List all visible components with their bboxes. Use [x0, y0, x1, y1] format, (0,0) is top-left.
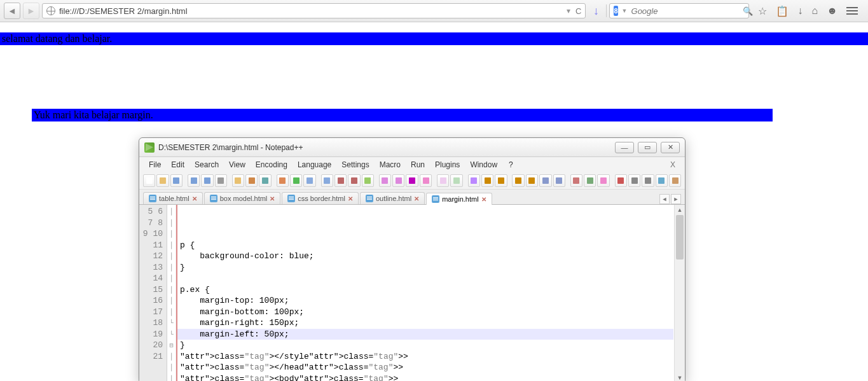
url-right-controls: ▾ C	[567, 6, 581, 16]
toolbar-button-25[interactable]	[512, 174, 524, 187]
menu-edit[interactable]: Edit	[167, 159, 189, 170]
menu-settings[interactable]: Settings	[337, 159, 373, 170]
tab-close-icon[interactable]: ✕	[348, 195, 353, 202]
menu-encoding[interactable]: Encoding	[251, 159, 292, 170]
tab-margin-html[interactable]: margin.html✕	[426, 193, 492, 205]
bookmark-star-icon[interactable]: ☆	[758, 5, 767, 17]
toolbar-button-0[interactable]	[143, 174, 155, 187]
home-icon[interactable]: ⌂	[811, 5, 818, 17]
forward-button[interactable]: ►	[23, 3, 39, 19]
menu-file[interactable]: File	[144, 159, 165, 170]
toolbar-button-4[interactable]	[201, 174, 213, 187]
toolbar-button-17[interactable]	[392, 174, 404, 187]
browser-toolbar: ◄ ► ▾ C ↓ 8 ▼ 🔍 ☆ 📋 ↓ ⌂ ☻	[0, 0, 868, 22]
toolbar-button-8[interactable]	[259, 174, 271, 187]
toolbar-button-35[interactable]	[656, 174, 668, 187]
toolbar-button-15[interactable]	[362, 174, 374, 187]
code-editor[interactable]: 5 6 7 8 9 10 11 12 13 14 15 16 17 18 19 …	[139, 205, 685, 381]
tab-box-model-html[interactable]: box model.html✕	[204, 192, 281, 204]
menu-view[interactable]: View	[224, 159, 250, 170]
toolbar-button-20[interactable]	[437, 174, 449, 187]
page-content: selamat datang dan belajar. Yuk mari kit…	[0, 32, 868, 121]
toolbar-button-11[interactable]	[303, 174, 315, 187]
chat-icon[interactable]: ☻	[827, 5, 837, 17]
toolbar-button-6[interactable]	[232, 174, 244, 187]
downloads-indicator[interactable]: ↓	[588, 4, 603, 18]
download-arrow-icon[interactable]: ↓	[797, 5, 803, 17]
toolbar-button-13[interactable]	[334, 174, 347, 187]
toolbar-button-2[interactable]	[170, 174, 183, 187]
toolbar-button-31[interactable]	[597, 174, 609, 187]
maximize-button[interactable]: ▭	[638, 142, 657, 153]
toolbar-button-21[interactable]	[450, 174, 462, 187]
window-title: D:\SEMESTER 2\margin.html - Notepad++	[158, 143, 615, 152]
tab-close-icon[interactable]: ✕	[481, 196, 486, 203]
window-titlebar[interactable]: D:\SEMESTER 2\margin.html - Notepad++ — …	[139, 138, 685, 157]
menu-language[interactable]: Language	[293, 159, 336, 170]
search-input[interactable]	[631, 6, 739, 16]
back-button[interactable]: ◄	[4, 3, 20, 19]
toolbar-button-12[interactable]	[321, 174, 333, 187]
code-area[interactable]: p { background-color: blue; } p.ex { mar…	[177, 205, 674, 381]
toolbar-button-16[interactable]	[379, 174, 391, 187]
toolbar-button-30[interactable]	[584, 174, 596, 187]
toolbar-button-18[interactable]	[406, 174, 418, 187]
minimize-button[interactable]: —	[615, 142, 634, 153]
scroll-down-icon[interactable]: ▼	[675, 373, 685, 381]
toolbar-button-28[interactable]	[553, 174, 565, 187]
url-bar[interactable]: ▾ C	[42, 3, 586, 18]
menu-run[interactable]: Run	[406, 159, 429, 170]
toolbar-button-26[interactable]	[526, 174, 538, 187]
toolbar-button-14[interactable]	[348, 174, 360, 187]
toolbar-button-29[interactable]	[570, 174, 582, 187]
tab-prev-icon[interactable]: ◄	[659, 194, 670, 204]
menu-help[interactable]: ?	[504, 159, 518, 170]
toolbar-button-3[interactable]	[188, 174, 200, 187]
close-button[interactable]: ✕	[661, 142, 680, 153]
menu-search[interactable]: Search	[190, 159, 223, 170]
toolbar-button-32[interactable]	[615, 174, 627, 187]
fold-column[interactable]: │ │ │ │ │ │ │ │ │ │ └ └ ⊟ │ │ │ │	[167, 205, 176, 381]
search-bar[interactable]: 8 ▼ 🔍	[609, 3, 749, 18]
menu-close-icon[interactable]: X	[666, 159, 680, 170]
toolbar-button-22[interactable]	[468, 174, 480, 187]
tab-table-html[interactable]: table.html✕	[143, 192, 203, 204]
toolbar-button-1[interactable]	[156, 174, 169, 187]
toolbar-button-23[interactable]	[481, 174, 493, 187]
search-icon[interactable]: 🔍	[743, 6, 753, 16]
tab-outline-html[interactable]: outline.html✕	[360, 192, 425, 204]
toolbar-button-5[interactable]	[215, 174, 227, 187]
menu-window[interactable]: Window	[465, 159, 502, 170]
tab-close-icon[interactable]: ✕	[270, 195, 275, 202]
toolbar-button-34[interactable]	[642, 174, 654, 187]
toolbar-button-27[interactable]	[539, 174, 551, 187]
toolbar-button-36[interactable]	[669, 174, 681, 187]
line-gutter: 5 6 7 8 9 10 11 12 13 14 15 16 17 18 19 …	[139, 205, 167, 381]
tab-close-icon[interactable]: ✕	[414, 195, 419, 202]
toolbar-button-33[interactable]	[628, 174, 640, 187]
scroll-thumb[interactable]	[676, 215, 684, 260]
toolbar-button-24[interactable]	[495, 174, 507, 187]
clipboard-icon[interactable]: 📋	[776, 5, 789, 17]
notepad-window: D:\SEMESTER 2\margin.html - Notepad++ — …	[139, 137, 685, 381]
scroll-up-icon[interactable]: ▲	[675, 205, 685, 215]
toolbar-button-19[interactable]	[420, 174, 432, 187]
toolbar-button-10[interactable]	[290, 174, 302, 187]
paragraph-2: Yuk mari kita belajar margin.	[32, 109, 773, 121]
menu-icon[interactable]	[846, 7, 858, 15]
tab-next-icon[interactable]: ►	[671, 194, 681, 204]
dropdown-icon[interactable]: ▾	[567, 6, 570, 15]
search-engine-badge[interactable]: 8	[614, 6, 617, 16]
file-icon	[366, 195, 373, 202]
toolbar-button-7[interactable]	[245, 174, 258, 187]
search-dropdown-icon[interactable]: ▼	[622, 8, 628, 14]
menu-plugins[interactable]: Plugins	[431, 159, 464, 170]
document-tabs: table.html✕box model.html✕css border.htm…	[139, 190, 685, 205]
url-input[interactable]	[59, 6, 563, 16]
toolbar-button-9[interactable]	[277, 174, 289, 187]
menu-macro[interactable]: Macro	[375, 159, 405, 170]
reload-button[interactable]: C	[575, 6, 581, 16]
vertical-scrollbar[interactable]: ▲ ▼	[674, 205, 685, 381]
tab-close-icon[interactable]: ✕	[192, 195, 197, 202]
tab-css-border-html[interactable]: css border.html✕	[282, 192, 359, 204]
